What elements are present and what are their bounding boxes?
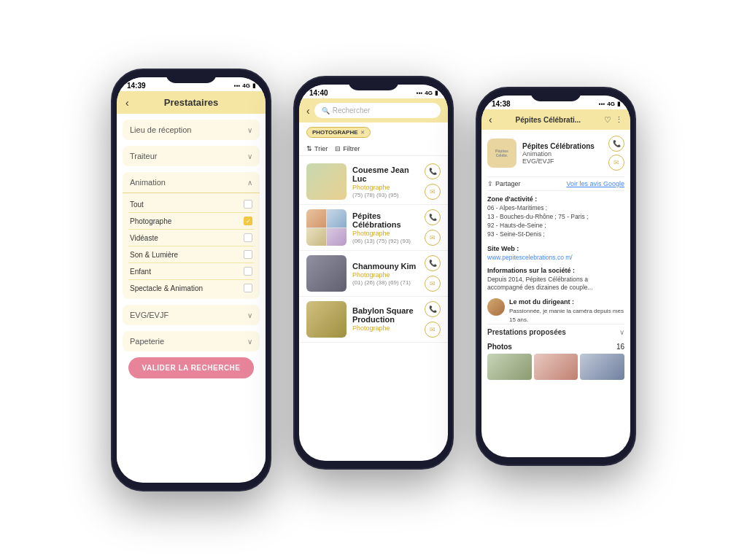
provider-actions-4: 📞 ✉ [425,301,441,338]
tag-close-icon[interactable]: ✕ [360,130,365,136]
provider-name-3: Chanmouny Kim [352,262,419,271]
filter-label: Filtrer [343,145,360,152]
search-bar: ‹ 🔍 Rechercher [299,98,448,122]
checkbox-spectacle[interactable] [244,284,252,292]
provider-name-2: Pépites Célébrations [352,211,419,229]
leader-quote: Passionnée, je manie la caméra depuis me… [509,307,624,323]
filter-section-traiteur-header[interactable]: Traiteur ∨ [123,146,260,166]
favorite-icon[interactable]: ♡ [604,115,611,125]
phone-1: 14:39 ▪▪▪ 4G ▮ ‹ Prestataires Lieu de ré… [111,69,271,491]
thumb-cell-2-2 [327,209,347,228]
phone-2-screen: 14:40 ▪▪▪ 4G ▮ ‹ 🔍 Rechercher PHOTOGRAPH… [299,85,448,461]
logo-inner: PépitesCélébr. [487,139,516,168]
active-filter-tag[interactable]: PHOTOGRAPHE ✕ [306,127,371,138]
provider-item-2[interactable]: Pépites Célébrations Photographe (06) (1… [299,205,448,251]
mail-action-2[interactable]: ✉ [425,230,441,246]
filter-item-tout-label: Tout [130,201,144,209]
prestations-row[interactable]: Prestations proposées ∨ [487,324,624,340]
detail-header-actions: ♡ ⋮ [604,115,623,125]
back-button-2[interactable]: ‹ [306,105,310,117]
info-text: Depuis 2014, Pépites Célébrations a acco… [487,276,624,293]
provider-thumb-2 [306,209,347,246]
filter-item-videaste[interactable]: Vidéaste [128,230,254,246]
provider-actions-2: 📞 ✉ [425,209,441,246]
scene: 14:39 ▪▪▪ 4G ▮ ‹ Prestataires Lieu de ré… [0,0,747,560]
filter-item-photographe[interactable]: Photographe [128,213,254,230]
photos-section: Photos 16 [487,343,624,380]
filter-section-papeterie-header[interactable]: Papeterie ∨ [123,331,260,351]
filter-item-enfant[interactable]: Enfant [128,263,254,280]
filter-section-lieu-header[interactable]: Lieu de réception ∨ [123,120,260,140]
4g-icon-3: 4G [607,101,615,107]
photo-item-1[interactable] [487,354,532,380]
signal-icon-2: ▪▪▪ [417,90,423,96]
filter-item-tout[interactable]: Tout [128,196,254,213]
checkbox-photographe[interactable] [244,217,252,225]
zone-label: Zone d'activité : [487,195,624,203]
detail-phone-action[interactable]: 📞 [608,136,624,152]
company-row: PépitesCélébr. Pépites Célébrations Anim… [487,136,624,171]
detail-mail-action[interactable]: ✉ [608,155,624,171]
filter-item-photographe-label: Photographe [130,217,171,225]
thumb-grid-2 [306,209,347,246]
filter-item-son[interactable]: Son & Lumière [128,246,254,263]
filter-section-lieu-label: Lieu de réception [130,125,191,134]
photo-item-3[interactable] [580,354,624,380]
detail-section-zone: Zone d'activité : 06 - Alpes-Maritimes ;… [487,195,624,239]
status-icons-2: ▪▪▪ 4G ▮ [417,90,438,96]
status-icons-1: ▪▪▪ 4G ▮ [234,82,255,89]
mail-action-3[interactable]: ✉ [425,276,441,292]
provider-type-1: Photographe [352,184,419,191]
share-label: Partager [495,180,521,187]
provider-item-3[interactable]: Chanmouny Kim Photographe (01) (26) (38)… [299,251,448,297]
photo-item-2[interactable] [534,354,578,380]
filter-icon: ⊟ [335,145,341,152]
status-icons-3: ▪▪▪ 4G ▮ [599,101,620,107]
validate-button[interactable]: VALIDER LA RECHERCHE [128,357,254,378]
search-input-wrapper[interactable]: 🔍 Rechercher [314,103,441,118]
thumb-cell-2-3 [306,228,326,246]
more-options-icon[interactable]: ⋮ [615,115,623,125]
filter-section-papeterie: Papeterie ∨ [123,331,260,351]
phone-action-2[interactable]: 📞 [425,209,441,225]
provider-type-3: Photographe [352,271,419,279]
thumb-cell-2-4 [327,228,347,246]
filter-section-evg: EVG/EVJF ∨ [123,305,260,325]
filter-item-videaste-label: Vidéaste [130,234,158,242]
filter-item-spectacle[interactable]: Spectacle & Animation [128,280,254,296]
filter-button[interactable]: ⊟ Filtrer [335,145,360,152]
phone-2: 14:40 ▪▪▪ 4G ▮ ‹ 🔍 Rechercher PHOTOGRAPH… [293,76,454,470]
filter-section-evg-header[interactable]: EVG/EVJF ∨ [123,305,260,325]
detail-title: Pépites Célébrati... [492,116,604,124]
provider-list: Couesme Jean Luc Photographe (75) (78) (… [299,159,448,343]
sort-button[interactable]: ⇅ Trier [306,145,328,152]
mail-action-1[interactable]: ✉ [425,184,441,200]
google-reviews-link[interactable]: Voir les avis Google [566,180,624,187]
provider-item-1[interactable]: Couesme Jean Luc Photographe (75) (78) (… [299,159,448,205]
chevron-prestations-icon: ∨ [619,328,624,336]
phone-action-3[interactable]: 📞 [425,255,441,271]
time-1: 14:39 [127,82,146,90]
battery-icon-2: ▮ [435,90,438,96]
filter-section-animation-header[interactable]: Animation ∧ [123,172,260,193]
mail-action-4[interactable]: ✉ [425,322,441,338]
phone-action-1[interactable]: 📞 [425,163,441,179]
filter-section-papeterie-label: Papeterie [130,337,164,346]
checkbox-videaste[interactable] [244,233,252,242]
checkbox-tout[interactable] [244,200,252,209]
site-link[interactable]: www.pepitescelebrations.co m/ [487,254,624,261]
photos-grid [487,354,624,380]
provider-phones-3: (01) (26) (38) (69) (71) [352,279,419,286]
provider-item-4[interactable]: Babylon Square Production Photographe 📞 … [299,297,448,343]
phone-1-screen: 14:39 ▪▪▪ 4G ▮ ‹ Prestataires Lieu de ré… [117,77,266,483]
provider-thumb-4 [306,301,347,338]
filter-section-lieu: Lieu de réception ∨ [123,120,260,140]
provider-name-1: Couesme Jean Luc [352,166,419,183]
filter-item-spectacle-label: Spectacle & Animation [130,284,203,292]
phone-action-4[interactable]: 📞 [425,301,441,317]
checkbox-son[interactable] [244,250,252,259]
checkbox-enfant[interactable] [244,267,252,276]
company-contact: 📞 ✉ [608,136,624,171]
share-button[interactable]: ⇪ Partager [487,180,521,187]
back-button-1[interactable]: ‹ [125,97,129,109]
